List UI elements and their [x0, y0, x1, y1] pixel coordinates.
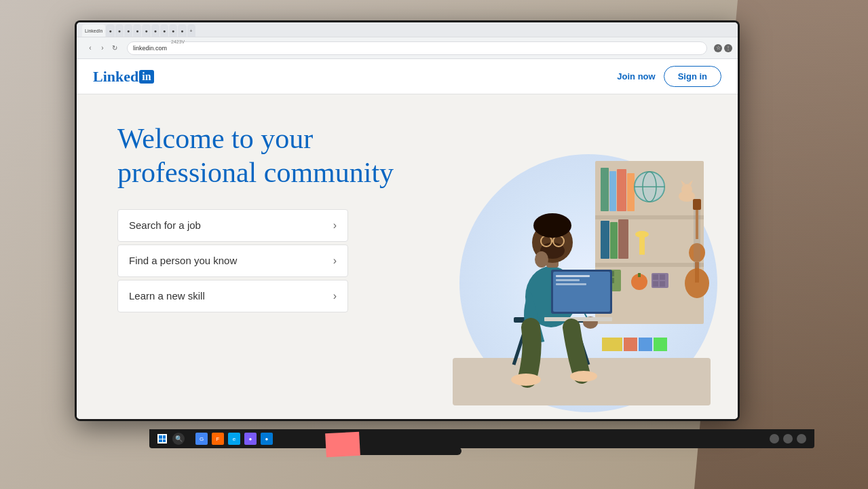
tab-5[interactable]: ●: [142, 24, 150, 37]
action-list: Search for a job › Find a person you kno…: [117, 209, 402, 312]
svg-rect-59: [544, 317, 612, 321]
refresh-button[interactable]: ↻: [109, 43, 120, 54]
person-illustration: [426, 134, 711, 405]
linkedin-header: Linked in Join now Sign in: [77, 59, 738, 94]
settings-icon[interactable]: ⋮: [724, 44, 732, 52]
taskbar-system-icon-3: [797, 434, 806, 443]
app-icon-5[interactable]: ●: [261, 433, 273, 445]
header-auth: Join now Sign in: [617, 66, 721, 87]
logo-linked: Linked: [93, 68, 138, 86]
monitor-screen: LinkedIn ● ● ● ● ● ● ● ● ● + ‹ ›: [77, 22, 738, 419]
back-button[interactable]: ‹: [85, 43, 96, 54]
svg-rect-39: [660, 274, 665, 280]
svg-rect-16: [610, 222, 618, 259]
svg-rect-29: [693, 199, 701, 210]
action-learn-skill-label: Learn a new skill: [129, 290, 205, 302]
taskbar-system-icon-2: [783, 434, 793, 443]
win-square-2: [163, 435, 166, 439]
hero-title-line2: professional community: [117, 157, 394, 188]
svg-rect-70: [654, 338, 667, 351]
edge-icon[interactable]: e: [228, 433, 240, 445]
svg-rect-38: [653, 274, 658, 280]
svg-rect-68: [624, 338, 637, 351]
svg-rect-64: [556, 283, 586, 285]
tab-9[interactable]: ●: [178, 24, 186, 37]
chrome-icon[interactable]: G: [195, 433, 208, 445]
svg-rect-2: [595, 263, 704, 267]
svg-rect-63: [556, 279, 580, 281]
app-icon-4[interactable]: ●: [244, 433, 257, 445]
svg-rect-3: [601, 168, 609, 211]
taskbar-right-area: [770, 434, 806, 443]
browser-tabs-bar: LinkedIn ● ● ● ● ● ● ● ● ● +: [77, 22, 738, 37]
action-search-job-arrow: ›: [333, 219, 337, 232]
tab-3[interactable]: ●: [124, 24, 132, 37]
svg-point-55: [533, 213, 571, 238]
hero-left: Welcome to your professional community S…: [117, 122, 402, 312]
svg-rect-41: [660, 281, 665, 287]
action-find-person[interactable]: Find a person you know ›: [117, 244, 348, 277]
linkedin-page: Linked in Join now Sign in Welcome to yo…: [77, 59, 738, 419]
action-search-job[interactable]: Search for a job ›: [117, 209, 348, 242]
browser-nav: ‹ › ↻: [85, 43, 120, 54]
svg-rect-69: [639, 338, 652, 351]
svg-rect-62: [556, 275, 590, 277]
tab-8[interactable]: ●: [169, 24, 177, 37]
taskbar-search-button[interactable]: 🔍: [172, 433, 185, 445]
action-find-person-arrow: ›: [333, 255, 337, 267]
taskbar-system-icon-1: [770, 434, 779, 443]
edge-icon-letter: e: [233, 436, 235, 442]
svg-rect-5: [617, 169, 626, 211]
tab-6[interactable]: ●: [151, 24, 159, 37]
action-learn-skill[interactable]: Learn a new skill ›: [117, 280, 348, 312]
svg-rect-61: [553, 272, 610, 312]
svg-point-66: [570, 371, 597, 382]
svg-point-65: [511, 374, 541, 386]
action-learn-skill-arrow: ›: [333, 290, 337, 302]
svg-rect-67: [602, 338, 622, 351]
logo-in: in: [139, 70, 153, 84]
monitor: LinkedIn ● ● ● ● ● ● ● ● ● + ‹ ›: [75, 20, 740, 448]
firefox-icon-letter: F: [216, 436, 220, 442]
taskbar-app-icons: G F e ● ●: [195, 433, 273, 445]
svg-point-12: [681, 184, 692, 195]
sign-in-button[interactable]: Sign in: [664, 66, 721, 87]
tab-10[interactable]: +: [187, 24, 195, 37]
hero-title-line1: Welcome to your: [117, 123, 313, 154]
windows-start-button[interactable]: [157, 434, 167, 443]
svg-rect-15: [601, 221, 609, 259]
bookmark-icon[interactable]: ☆: [714, 44, 722, 52]
firefox-icon[interactable]: F: [212, 433, 224, 445]
svg-rect-6: [627, 173, 635, 211]
hero-section: Welcome to your professional community S…: [77, 94, 738, 419]
chrome-icon-letter: G: [200, 436, 204, 442]
app-icon-4-letter: ●: [249, 436, 252, 442]
tab-2[interactable]: ●: [115, 24, 124, 37]
linkedin-logo: Linked in: [93, 68, 154, 86]
svg-rect-36: [638, 273, 641, 277]
windows-logo-icon: [159, 435, 166, 442]
hero-illustration: [385, 94, 738, 419]
sticky-note: [325, 432, 360, 458]
svg-rect-40: [653, 281, 658, 287]
win-square-3: [159, 439, 162, 443]
svg-point-57: [535, 251, 548, 268]
svg-point-19: [635, 231, 649, 238]
win-square-1: [159, 435, 162, 439]
url-text: linkedin.com: [133, 45, 167, 52]
svg-rect-1: [595, 215, 704, 219]
svg-rect-17: [618, 219, 628, 259]
action-find-person-label: Find a person you know: [129, 255, 237, 266]
join-now-link[interactable]: Join now: [617, 71, 655, 82]
active-tab[interactable]: LinkedIn: [82, 24, 105, 37]
monitor-frame: LinkedIn ● ● ● ● ● ● ● ● ● + ‹ ›: [75, 20, 740, 421]
tab-1[interactable]: ●: [106, 24, 114, 37]
address-bar[interactable]: linkedin.com: [127, 41, 707, 55]
tab-7[interactable]: ●: [160, 24, 168, 37]
win-square-4: [163, 439, 166, 443]
monitor-label: 2423V: [171, 39, 185, 44]
tab-4[interactable]: ●: [133, 24, 141, 37]
forward-button[interactable]: ›: [97, 43, 108, 54]
taskbar: 🔍 G F e ● ●: [149, 429, 814, 448]
app-icon-5-letter: ●: [265, 436, 269, 442]
